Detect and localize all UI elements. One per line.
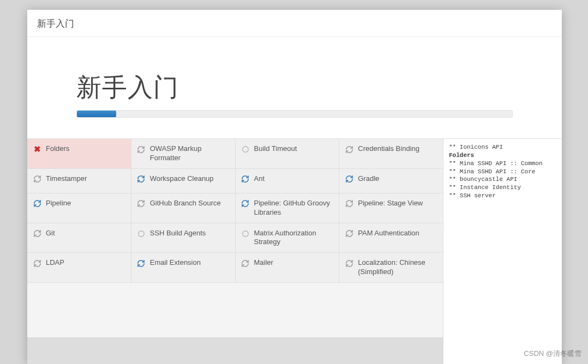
- modal-header-title: 新手入门: [37, 19, 74, 29]
- modal-header: 新手入门: [27, 10, 562, 37]
- plugin-label: LDAP: [46, 258, 64, 268]
- plugin-cell: OWASP Markup Formatter: [131, 139, 235, 168]
- plugin-label: Matrix Authorization Strategy: [254, 229, 334, 247]
- plugin-cell: Matrix Authorization Strategy: [236, 223, 339, 253]
- plugin-label: Timestamper: [46, 174, 87, 184]
- plugin-grid: ✖FoldersOWASP Markup FormatterBuild Time…: [27, 139, 443, 364]
- plugin-label: Build Timeout: [254, 144, 297, 154]
- plugin-label: Ant: [254, 174, 265, 184]
- page-title: 新手入门: [76, 71, 513, 105]
- refresh-icon: [33, 175, 41, 184]
- refresh-icon: [345, 229, 353, 238]
- plugin-label: Pipeline: Stage View: [358, 199, 423, 208]
- plugin-label: OWASP Markup Formatter: [150, 144, 230, 163]
- pending-icon: [241, 145, 250, 154]
- plugin-cell: Credentials Binding: [339, 139, 443, 168]
- plugin-cell: PAM Authentication: [339, 223, 443, 253]
- plugin-cell: Ant: [236, 169, 339, 193]
- plugin-label: Pipeline: [46, 199, 71, 208]
- refresh-icon: [137, 175, 146, 184]
- plugin-cell: Build Timeout: [236, 139, 339, 168]
- plugin-cell: Workspace Cleanup: [131, 169, 235, 193]
- plugin-label: Mailer: [254, 258, 273, 268]
- log-line: ** bouncycastle API: [449, 175, 556, 184]
- log-line: ** Ionicons API: [449, 143, 556, 151]
- refresh-icon: [241, 259, 250, 268]
- plugin-cell: Git: [27, 223, 131, 253]
- plugin-label: Localization: Chinese (Simplified): [358, 258, 437, 277]
- grid-filler: [27, 283, 443, 337]
- hero-section: 新手入门: [27, 37, 562, 138]
- log-line: ** SSH server: [449, 192, 556, 200]
- plugin-cell: SSH Build Agents: [131, 223, 235, 253]
- refresh-icon: [345, 199, 353, 208]
- setup-wizard-modal: 新手入门 新手入门 ✖FoldersOWASP Markup Formatter…: [27, 10, 562, 364]
- plugin-label: GitHub Branch Source: [150, 199, 221, 208]
- refresh-icon: [241, 199, 250, 208]
- plugin-label: Gradle: [358, 174, 379, 184]
- plugin-cell: ✖Folders: [27, 139, 131, 168]
- plugin-label: Folders: [46, 144, 69, 154]
- install-content: ✖FoldersOWASP Markup FormatterBuild Time…: [27, 138, 562, 364]
- install-log-panel: ** Ionicons APIFolders** Mina SSHD API :…: [443, 139, 562, 364]
- plugin-cell: Email Extension: [131, 253, 235, 282]
- plugin-label: Workspace Cleanup: [150, 174, 214, 184]
- plugin-label: Pipeline: GitHub Groovy Libraries: [254, 199, 334, 217]
- plugin-cell: Pipeline: GitHub Groovy Libraries: [236, 193, 339, 223]
- pending-icon: [137, 229, 146, 238]
- log-line: ** Mina SSHD API :: Common: [449, 160, 556, 168]
- plugin-cell: GitHub Branch Source: [131, 193, 235, 223]
- refresh-icon: [33, 229, 41, 238]
- plugin-label: SSH Build Agents: [150, 229, 206, 238]
- refresh-icon: [137, 145, 146, 154]
- plugin-cell: Timestamper: [27, 169, 131, 193]
- watermark-text: CSDN @清冬暖雪: [524, 349, 581, 359]
- refresh-icon: [137, 259, 146, 268]
- plugin-label: Git: [46, 229, 55, 238]
- error-icon: ✖: [33, 145, 41, 154]
- pending-icon: [241, 229, 250, 238]
- plugin-label: PAM Authentication: [358, 229, 419, 238]
- refresh-icon: [241, 175, 250, 184]
- install-progress-fill: [77, 111, 116, 117]
- svg-point-1: [139, 230, 145, 236]
- plugin-label: Email Extension: [150, 258, 201, 268]
- plugin-label: Credentials Binding: [358, 144, 419, 154]
- refresh-icon: [345, 175, 353, 184]
- log-line: ** Instance Identity: [449, 184, 556, 192]
- plugin-cell: Pipeline: Stage View: [339, 193, 443, 223]
- plugin-cell: Localization: Chinese (Simplified): [339, 253, 443, 282]
- plugin-cell: Pipeline: [27, 193, 131, 223]
- plugin-cell: Gradle: [339, 169, 443, 193]
- refresh-icon: [345, 145, 353, 154]
- log-line: ** Mina SSHD API :: Core: [449, 168, 556, 176]
- plugin-cell: LDAP: [27, 253, 131, 282]
- svg-point-0: [242, 147, 248, 153]
- svg-point-2: [242, 230, 248, 236]
- refresh-icon: [33, 259, 41, 268]
- log-line: Folders: [449, 151, 556, 160]
- refresh-icon: [137, 199, 146, 208]
- refresh-icon: [33, 199, 41, 208]
- plugin-cell: Mailer: [236, 253, 339, 282]
- refresh-icon: [345, 259, 353, 268]
- install-progress-bar: [76, 110, 513, 118]
